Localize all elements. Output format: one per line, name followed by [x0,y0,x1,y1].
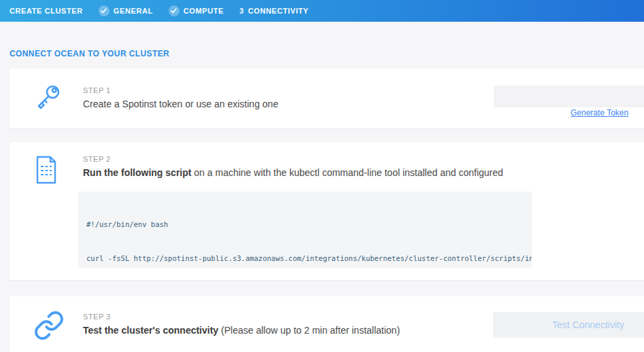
step1-label: STEP 1 [83,86,111,94]
step2-title-bold: Run the following script [83,167,191,178]
step2-title: Run the following script on a machine wi… [83,167,503,178]
check-circle-icon [99,5,109,16]
check-circle-icon [169,5,180,16]
step3-title-bold: Test the cluster's connectivity [83,325,218,336]
link-chain-icon [33,310,65,344]
wizard-topbar: CREATE CLUSTER GENERAL COMPUTE 3 CONNECT… [0,0,644,22]
tab-connectivity[interactable]: 3 CONNECTIVITY [239,7,309,15]
step3-title-rest: (Please allow up to 2 min after installa… [218,325,400,336]
code-line: #!/usr/bin/env bash [86,219,524,230]
step2-card: STEP 2 Run the following script on a mac… [10,142,644,280]
step2-label: STEP 2 [83,155,111,163]
step1-card: STEP 1 Create a Spotinst token or use an… [10,69,644,128]
key-icon [33,83,63,117]
step1-title: Create a Spotinst token or use an existi… [83,99,278,109]
wizard-title: CREATE CLUSTER [10,7,83,15]
tab-general-label: GENERAL [114,7,153,15]
install-script-code-block[interactable]: #!/usr/bin/env bash curl -fsSL http://sp… [78,192,532,268]
step3-card: STEP 3 Test the cluster's connectivity (… [10,296,644,352]
page-title: CONNECT OCEAN TO YOUR CLUSTER [10,49,169,58]
test-connectivity-button[interactable]: Test Connectivity [493,312,644,338]
tab-connectivity-label: CONNECTIVITY [248,7,309,15]
step3-title: Test the cluster's connectivity (Please … [83,325,400,336]
tab-connectivity-number: 3 [239,7,244,15]
tab-general[interactable]: GENERAL [99,5,153,16]
document-script-icon [33,155,59,188]
step2-title-rest: on a machine with the kubectl command-li… [191,167,503,178]
create-cluster-screen: CREATE CLUSTER GENERAL COMPUTE 3 CONNECT… [0,0,644,352]
code-line: curl -fsSL http://spotinst-public.s3.ama… [86,253,524,264]
tab-compute[interactable]: COMPUTE [169,5,224,16]
step3-label: STEP 3 [83,313,111,321]
tab-compute-label: COMPUTE [184,7,224,15]
token-input[interactable] [494,86,644,107]
generate-token-link[interactable]: Generate Token [571,108,628,118]
